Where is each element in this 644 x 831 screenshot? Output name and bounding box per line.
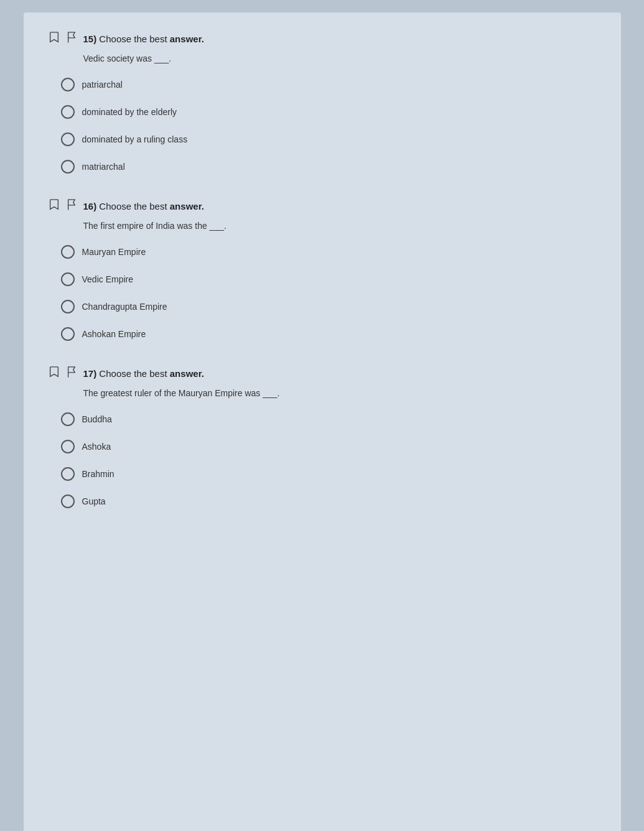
option-label-2-4: Ashokan Empire bbox=[82, 329, 146, 339]
question-number-2: 16) Choose the best answer. bbox=[83, 201, 204, 211]
option-label-1-1: patriarchal bbox=[82, 80, 123, 90]
options-list-2: Mauryan EmpireVedic EmpireChandragupta E… bbox=[49, 245, 596, 341]
option-label-3-4: Gupta bbox=[82, 496, 106, 506]
option-label-1-4: matriarchal bbox=[82, 162, 125, 172]
radio-circle-3-4[interactable] bbox=[61, 494, 75, 508]
question-block-2: 16) Choose the best answer.The first emp… bbox=[49, 198, 596, 341]
option-item-3-4[interactable]: Gupta bbox=[61, 494, 596, 508]
options-list-3: BuddhaAshokaBrahminGupta bbox=[49, 412, 596, 508]
radio-circle-1-4[interactable] bbox=[61, 160, 75, 174]
flag-icon[interactable] bbox=[66, 31, 77, 46]
option-item-1-4[interactable]: matriarchal bbox=[61, 160, 596, 174]
radio-circle-3-1[interactable] bbox=[61, 412, 75, 426]
page-container: 15) Choose the best answer.Vedic society… bbox=[24, 12, 621, 831]
bookmark-icon[interactable] bbox=[49, 198, 60, 213]
option-item-3-2[interactable]: Ashoka bbox=[61, 440, 596, 453]
question-header-2: 16) Choose the best answer. bbox=[49, 198, 596, 213]
question-block-3: 17) Choose the best answer.The greatest … bbox=[49, 366, 596, 508]
flag-icon[interactable] bbox=[66, 198, 77, 213]
radio-circle-2-2[interactable] bbox=[61, 272, 75, 286]
radio-circle-1-1[interactable] bbox=[61, 78, 75, 91]
radio-circle-1-2[interactable] bbox=[61, 105, 75, 119]
bookmark-icon[interactable] bbox=[49, 366, 60, 381]
option-item-2-2[interactable]: Vedic Empire bbox=[61, 272, 596, 286]
option-item-1-1[interactable]: patriarchal bbox=[61, 78, 596, 91]
option-item-2-1[interactable]: Mauryan Empire bbox=[61, 245, 596, 259]
flag-icon[interactable] bbox=[66, 366, 77, 381]
question-header-3: 17) Choose the best answer. bbox=[49, 366, 596, 381]
radio-circle-2-1[interactable] bbox=[61, 245, 75, 259]
question-block-1: 15) Choose the best answer.Vedic society… bbox=[49, 31, 596, 174]
option-label-2-3: Chandragupta Empire bbox=[82, 302, 167, 312]
radio-circle-3-2[interactable] bbox=[61, 440, 75, 453]
option-label-3-2: Ashoka bbox=[82, 442, 111, 452]
question-text-2: The first empire of India was the ___. bbox=[83, 220, 596, 233]
option-item-3-1[interactable]: Buddha bbox=[61, 412, 596, 426]
option-label-3-1: Buddha bbox=[82, 414, 112, 424]
question-text-1: Vedic society was ___. bbox=[83, 52, 596, 65]
bookmark-icon[interactable] bbox=[49, 31, 60, 46]
radio-circle-2-4[interactable] bbox=[61, 327, 75, 341]
option-item-1-3[interactable]: dominated by a ruling class bbox=[61, 132, 596, 146]
option-item-3-3[interactable]: Brahmin bbox=[61, 467, 596, 481]
option-label-2-2: Vedic Empire bbox=[82, 274, 133, 284]
option-item-2-3[interactable]: Chandragupta Empire bbox=[61, 300, 596, 313]
option-item-2-4[interactable]: Ashokan Empire bbox=[61, 327, 596, 341]
option-item-1-2[interactable]: dominated by the elderly bbox=[61, 105, 596, 119]
radio-circle-1-3[interactable] bbox=[61, 132, 75, 146]
question-number-3: 17) Choose the best answer. bbox=[83, 368, 204, 379]
options-list-1: patriarchaldominated by the elderlydomin… bbox=[49, 78, 596, 174]
option-label-3-3: Brahmin bbox=[82, 469, 114, 479]
option-label-2-1: Mauryan Empire bbox=[82, 247, 146, 257]
question-header-1: 15) Choose the best answer. bbox=[49, 31, 596, 46]
question-number-1: 15) Choose the best answer. bbox=[83, 34, 204, 44]
radio-circle-2-3[interactable] bbox=[61, 300, 75, 313]
option-label-1-3: dominated by a ruling class bbox=[82, 134, 188, 144]
question-text-3: The greatest ruler of the Mauryan Empire… bbox=[83, 387, 596, 400]
option-label-1-2: dominated by the elderly bbox=[82, 107, 177, 117]
radio-circle-3-3[interactable] bbox=[61, 467, 75, 481]
